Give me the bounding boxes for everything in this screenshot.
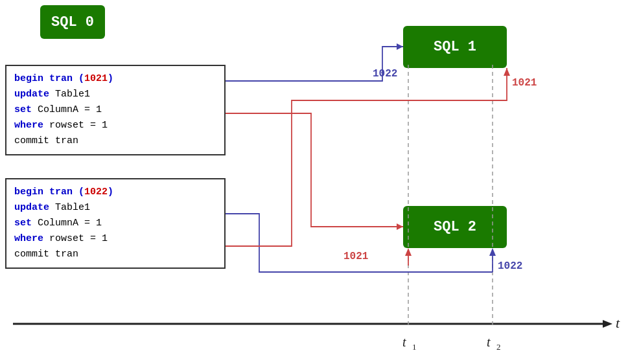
svg-text:1: 1 (412, 342, 417, 352)
sql0-label: SQL 0 (40, 5, 105, 39)
code-line-4: where rowset = 1 (14, 118, 216, 133)
svg-text:t: t (402, 335, 406, 349)
code-line-3: set ColumnA = 1 (14, 102, 216, 118)
code-line-2: update Table1 (14, 87, 216, 102)
sql1-label: SQL 1 (403, 26, 507, 68)
svg-text:1022: 1022 (498, 260, 522, 272)
code-line-7: update Table1 (14, 200, 216, 216)
svg-marker-9 (397, 43, 403, 50)
svg-marker-16 (489, 248, 496, 256)
svg-text:t: t (616, 315, 620, 331)
code-line-9: where rowset = 1 (14, 231, 216, 247)
code-line-6: begin tran (1022) (14, 185, 216, 200)
svg-marker-1 (603, 320, 612, 328)
code-line-1: begin tran (1021) (14, 71, 216, 87)
code-line-10: commit tran (14, 247, 216, 262)
svg-text:1021: 1021 (343, 251, 368, 262)
code-line-5: commit tran (14, 133, 216, 149)
svg-marker-18 (504, 68, 510, 76)
svg-marker-14 (405, 248, 412, 256)
svg-text:1021: 1021 (512, 77, 537, 89)
sql2-label: SQL 2 (403, 206, 507, 248)
code-line-8: set ColumnA = 1 (14, 216, 216, 231)
svg-marker-11 (397, 223, 403, 230)
code-block-2: begin tran (1022) update Table1 set Colu… (5, 178, 226, 269)
code-block-1: begin tran (1021) update Table1 set Colu… (5, 65, 226, 155)
svg-text:2: 2 (496, 342, 501, 352)
svg-text:t: t (487, 335, 491, 349)
svg-text:1022: 1022 (373, 68, 397, 80)
